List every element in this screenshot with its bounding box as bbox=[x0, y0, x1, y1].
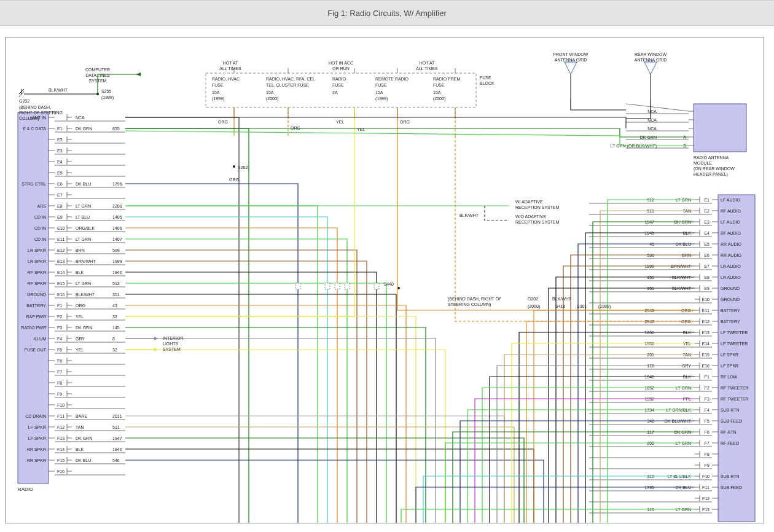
svg-text:LF SPKR: LF SPKR bbox=[721, 353, 738, 357]
svg-text:F8: F8 bbox=[57, 381, 62, 385]
svg-text:E7: E7 bbox=[704, 264, 710, 268]
svg-text:RF TWEETER: RF TWEETER bbox=[721, 386, 748, 390]
svg-text:COLUMN): COLUMN) bbox=[19, 116, 39, 121]
svg-text:S418: S418 bbox=[555, 304, 565, 308]
svg-text:FUSE: FUSE bbox=[212, 83, 224, 87]
svg-text:BLK/WHT: BLK/WHT bbox=[76, 292, 95, 297]
svg-text:STEERING COLUMN): STEERING COLUMN) bbox=[448, 302, 491, 307]
svg-text:RADIO: RADIO bbox=[18, 487, 33, 492]
svg-text:E3: E3 bbox=[57, 149, 63, 153]
svg-text:RR SPKR: RR SPKR bbox=[27, 447, 46, 452]
svg-rect-560 bbox=[335, 283, 340, 289]
svg-text:STRG CTRL: STRG CTRL bbox=[22, 182, 46, 186]
svg-text:G202: G202 bbox=[528, 297, 538, 301]
svg-line-536 bbox=[626, 104, 689, 111]
svg-text:BRN/WHT: BRN/WHT bbox=[76, 259, 96, 264]
svg-text:OR RUN: OR RUN bbox=[332, 66, 350, 71]
svg-text:1796: 1796 bbox=[112, 182, 122, 186]
svg-text:(2000): (2000) bbox=[266, 96, 278, 101]
svg-text:W/O ADAPTIVE: W/O ADAPTIVE bbox=[515, 214, 547, 219]
svg-text:RF RTN: RF RTN bbox=[721, 430, 737, 434]
svg-text:HOT AT: HOT AT bbox=[223, 61, 238, 65]
svg-text:ANTENNA GRID: ANTENNA GRID bbox=[635, 58, 667, 62]
svg-text:BLK: BLK bbox=[76, 447, 84, 452]
svg-text:RR AUDIO: RR AUDIO bbox=[721, 253, 741, 257]
svg-text:RF LOW: RF LOW bbox=[721, 375, 738, 379]
svg-text:F7: F7 bbox=[57, 370, 62, 374]
svg-text:E14: E14 bbox=[702, 342, 710, 346]
svg-text:SUB RTN: SUB RTN bbox=[721, 408, 740, 412]
svg-text:15A: 15A bbox=[375, 90, 383, 95]
svg-text:32: 32 bbox=[112, 348, 117, 352]
svg-text:GRY: GRY bbox=[76, 337, 85, 341]
svg-text:15A: 15A bbox=[266, 90, 274, 95]
svg-text:BATTERY: BATTERY bbox=[26, 303, 46, 308]
svg-text:ORG: ORG bbox=[218, 120, 228, 124]
svg-text:F1: F1 bbox=[705, 375, 710, 379]
svg-text:DK BLU: DK BLU bbox=[76, 458, 91, 463]
svg-text:RF SPKR: RF SPKR bbox=[28, 281, 46, 286]
svg-text:E4: E4 bbox=[57, 160, 63, 164]
svg-rect-562 bbox=[374, 283, 379, 289]
svg-text:CD IN: CD IN bbox=[34, 237, 46, 241]
svg-text:RR AUDIO: RR AUDIO bbox=[721, 242, 741, 246]
svg-text:E15: E15 bbox=[57, 281, 65, 286]
svg-text:E2: E2 bbox=[57, 138, 63, 142]
svg-text:F13: F13 bbox=[702, 507, 710, 512]
svg-text:RR SPKR: RR SPKR bbox=[27, 458, 46, 463]
svg-text:BLK/WHT: BLK/WHT bbox=[49, 88, 68, 92]
svg-text:2208: 2208 bbox=[112, 204, 122, 208]
svg-text:RADIO PREM: RADIO PREM bbox=[433, 77, 461, 81]
svg-text:S440: S440 bbox=[384, 282, 394, 286]
svg-text:F5: F5 bbox=[705, 419, 710, 423]
svg-text:E12: E12 bbox=[702, 319, 710, 324]
svg-text:RF FEED: RF FEED bbox=[721, 441, 739, 445]
svg-text:FRONT WINDOW: FRONT WINDOW bbox=[553, 52, 588, 57]
svg-text:E13: E13 bbox=[702, 331, 710, 335]
svg-text:(BEHIND DASH, RIGHT OF: (BEHIND DASH, RIGHT OF bbox=[448, 297, 501, 302]
svg-text:FUSE: FUSE bbox=[332, 83, 344, 87]
svg-text:LR SPKR: LR SPKR bbox=[28, 259, 46, 264]
svg-text:1405: 1405 bbox=[112, 215, 122, 219]
svg-text:LT GRN: LT GRN bbox=[76, 237, 91, 241]
svg-text:DK BLU: DK BLU bbox=[76, 182, 91, 186]
svg-text:NCA: NCA bbox=[647, 127, 657, 131]
svg-text:S202: S202 bbox=[238, 165, 248, 170]
svg-text:RADIO, HVAC: RADIO, HVAC bbox=[212, 77, 240, 81]
svg-text:F12: F12 bbox=[702, 496, 710, 501]
svg-text:LR AUDIO: LR AUDIO bbox=[721, 264, 741, 268]
svg-text:BLK/WHT: BLK/WHT bbox=[552, 297, 572, 301]
svg-text:W/ ADAPTIVE: W/ ADAPTIVE bbox=[515, 200, 543, 204]
svg-text:F15: F15 bbox=[57, 458, 64, 463]
svg-text:F13: F13 bbox=[57, 436, 64, 440]
svg-text:E13: E13 bbox=[57, 259, 65, 264]
svg-text:REAR WINDOW: REAR WINDOW bbox=[635, 52, 667, 57]
svg-text:(BEHIND DASH,: (BEHIND DASH, bbox=[19, 105, 51, 110]
svg-text:F8: F8 bbox=[705, 452, 710, 456]
svg-text:YEL: YEL bbox=[76, 315, 84, 319]
svg-text:HOT IN ACC: HOT IN ACC bbox=[329, 61, 353, 65]
svg-text:RAP PWR: RAP PWR bbox=[26, 315, 46, 319]
svg-text:E7: E7 bbox=[57, 193, 63, 197]
svg-text:LR SPKR: LR SPKR bbox=[28, 248, 46, 252]
svg-text:LF TWEETER: LF TWEETER bbox=[721, 331, 748, 335]
svg-text:E6: E6 bbox=[57, 182, 63, 186]
svg-point-542 bbox=[233, 165, 235, 168]
svg-text:RF SPKR: RF SPKR bbox=[28, 270, 46, 275]
svg-text:NCA: NCA bbox=[76, 115, 85, 120]
svg-text:1999: 1999 bbox=[112, 259, 122, 264]
svg-text:F6: F6 bbox=[57, 359, 62, 363]
svg-text:F4: F4 bbox=[705, 408, 710, 412]
svg-text:ALL TIMES: ALL TIMES bbox=[416, 66, 438, 71]
svg-text:E5: E5 bbox=[704, 242, 710, 246]
svg-text:E15: E15 bbox=[702, 353, 710, 357]
svg-text:E9: E9 bbox=[57, 215, 63, 219]
svg-text:E10: E10 bbox=[702, 297, 710, 302]
svg-text:G202: G202 bbox=[19, 99, 29, 103]
svg-text:(1999): (1999) bbox=[375, 96, 388, 101]
title-bar: Fig 1: Radio Circuits, W/ Amplifier bbox=[0, 0, 774, 26]
svg-text:F9: F9 bbox=[705, 463, 710, 467]
svg-text:BRN: BRN bbox=[76, 248, 85, 252]
svg-text:ORG: ORG bbox=[76, 303, 85, 308]
svg-text:546: 546 bbox=[112, 458, 120, 463]
